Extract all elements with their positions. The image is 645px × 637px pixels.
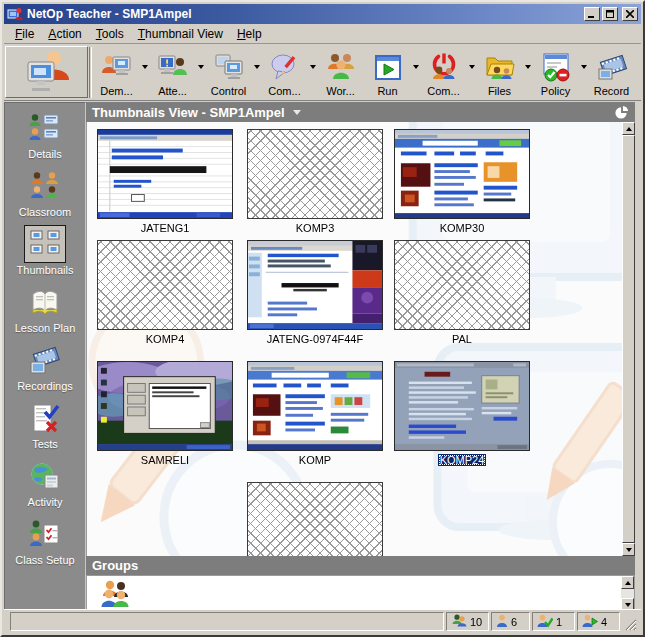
- workgroup-icon: [325, 52, 357, 84]
- toolbar-button-run[interactable]: Run: [364, 50, 411, 97]
- demonstrate-icon: [101, 52, 133, 84]
- record-icon: [596, 52, 628, 84]
- toolbar-buttons: Dem... Atte... Control: [93, 45, 635, 100]
- sidebar-item-class-setup[interactable]: Class Setup: [5, 517, 85, 575]
- chevron-down-icon[interactable]: [293, 110, 301, 115]
- thumbnail-image-empty[interactable]: [97, 240, 233, 330]
- dropdown-arrow-icon[interactable]: [140, 51, 149, 83]
- details-icon: [28, 111, 62, 147]
- thumbnail-label: KOMP3: [247, 222, 383, 234]
- minimize-button[interactable]: [584, 7, 600, 21]
- menu-action[interactable]: Action: [41, 25, 88, 43]
- thumbnail-image-empty[interactable]: [247, 129, 383, 219]
- toolbar-button-label: Run: [377, 85, 397, 97]
- toolbar-button-commands[interactable]: Com...: [420, 50, 467, 97]
- sidebar-item-details[interactable]: Details: [5, 111, 85, 169]
- thumbnail-image[interactable]: [247, 240, 383, 330]
- remote-control-icon: [213, 52, 245, 84]
- sidebar-item-lesson-plan[interactable]: Lesson Plan: [5, 285, 85, 343]
- thumbnail-image[interactable]: [97, 129, 233, 219]
- groups-header[interactable]: Groups: [86, 556, 635, 575]
- maximize-button[interactable]: [602, 7, 618, 21]
- dropdown-arrow-icon[interactable]: [196, 51, 205, 83]
- dropdown-arrow-icon[interactable]: [308, 51, 317, 83]
- close-button[interactable]: [622, 7, 638, 21]
- toolbar-button-communicate[interactable]: Com...: [261, 50, 308, 97]
- menu-file[interactable]: File: [8, 25, 41, 43]
- thumbnail-image[interactable]: [97, 361, 233, 451]
- sidebar-item-recordings[interactable]: Recordings: [5, 343, 85, 401]
- toolbar-button-label: Com...: [268, 85, 300, 97]
- toolbar-button-workgroup[interactable]: Wor...: [317, 50, 364, 97]
- thumbnail-image-empty[interactable]: [394, 240, 530, 330]
- thumbnail-empty-slot[interactable]: [247, 482, 383, 556]
- toolbar-button-label: Files: [488, 85, 511, 97]
- dropdown-arrow-icon[interactable]: [523, 51, 532, 83]
- toolbar-button-files[interactable]: Files: [476, 50, 523, 97]
- title-bar[interactable]: NetOp Teacher - SMP1Ampel: [4, 4, 641, 24]
- resize-grip[interactable]: [622, 616, 637, 631]
- groups-panel[interactable]: [86, 575, 635, 612]
- student-available-icon: [496, 614, 508, 630]
- status-value: 10: [470, 616, 484, 628]
- toolbar-button-label: Control: [211, 85, 246, 97]
- teacher-button[interactable]: [5, 46, 88, 98]
- scroll-up-button[interactable]: [621, 576, 634, 589]
- status-value: 1: [556, 616, 570, 628]
- thumbnail-jateng-0974f44f[interactable]: JATENG-0974F44F: [247, 240, 383, 345]
- groups-scrollbar[interactable]: [621, 576, 634, 611]
- thumbnail-jateng1[interactable]: JATENG1: [97, 129, 233, 234]
- status-bar: 10 6 1 4: [4, 609, 641, 633]
- dropdown-arrow-icon[interactable]: [252, 51, 261, 83]
- sidebar-item-activity[interactable]: Activity: [5, 459, 85, 517]
- menu-tools[interactable]: Tools: [89, 25, 131, 43]
- sidebar-item-classroom[interactable]: Classroom: [5, 169, 85, 227]
- toolbar-button-policy[interactable]: Policy: [532, 50, 579, 97]
- menu-thumbnail-view[interactable]: Thumbnail View: [131, 25, 230, 43]
- dropdown-arrow-icon[interactable]: [579, 51, 588, 83]
- thumbnail-komp24[interactable]: KOMP24: [394, 361, 530, 466]
- thumbnails-icon: [24, 225, 66, 263]
- thumbnail-label: PAL: [394, 333, 530, 345]
- scrollbar-thumb[interactable]: [622, 135, 635, 543]
- policy-icon: [540, 52, 572, 84]
- group-icon[interactable]: [99, 579, 131, 613]
- toolbar-button-attention[interactable]: Atte...: [149, 50, 196, 97]
- thumbnail-label: KOMP4: [97, 333, 233, 345]
- scroll-down-button[interactable]: [622, 543, 635, 556]
- thumbnail-label: KOMP: [247, 454, 383, 466]
- thumbnail-samreli[interactable]: SAMRELI: [97, 361, 233, 466]
- thumbnail-komp[interactable]: KOMP: [247, 361, 383, 466]
- dropdown-arrow-icon[interactable]: [411, 51, 420, 83]
- thumbnail-pal[interactable]: PAL: [394, 240, 530, 345]
- toolbar-button-label: Wor...: [326, 85, 355, 97]
- thumbnail-label: JATENG-0974F44F: [247, 333, 383, 345]
- window-title: NetOp Teacher - SMP1Ampel: [27, 7, 584, 21]
- menu-help[interactable]: Help: [230, 25, 269, 43]
- thumbnail-label: JATENG1: [97, 222, 233, 234]
- lesson-plan-icon: [28, 285, 62, 321]
- pie-icon[interactable]: [614, 105, 629, 120]
- thumbnail-image[interactable]: [247, 361, 383, 451]
- toolbar-button-record[interactable]: Record: [588, 50, 635, 97]
- dropdown-arrow-icon[interactable]: [467, 51, 476, 83]
- run-program-icon: [372, 52, 404, 84]
- sidebar-item-tests[interactable]: Tests: [5, 401, 85, 459]
- sidebar-item-thumbnails[interactable]: Thumbnails: [5, 227, 85, 285]
- toolbar-button-demonstrate[interactable]: Dem...: [93, 50, 140, 97]
- student-active-icon: [582, 614, 598, 630]
- thumbnails-scrollbar[interactable]: [622, 122, 635, 556]
- toolbar-button-label: Record: [594, 85, 629, 97]
- toolbar-button-label: Policy: [541, 85, 570, 97]
- toolbar: Dem... Atte... Control: [4, 45, 641, 101]
- thumbnail-komp4[interactable]: KOMP4: [97, 240, 233, 345]
- thumbnail-komp30[interactable]: KOMP30: [394, 129, 530, 234]
- view-header[interactable]: Thumbnails View - SMP1Ampel: [86, 102, 635, 122]
- thumbnail-image[interactable]: [394, 129, 530, 219]
- thumbnail-label-selected: KOMP24: [394, 454, 530, 466]
- thumbnail-komp3[interactable]: KOMP3: [247, 129, 383, 234]
- thumbnail-image[interactable]: [394, 361, 530, 451]
- thumbnail-image-empty[interactable]: [247, 482, 383, 556]
- scroll-up-button[interactable]: [622, 122, 635, 135]
- toolbar-button-control[interactable]: Control: [205, 50, 252, 97]
